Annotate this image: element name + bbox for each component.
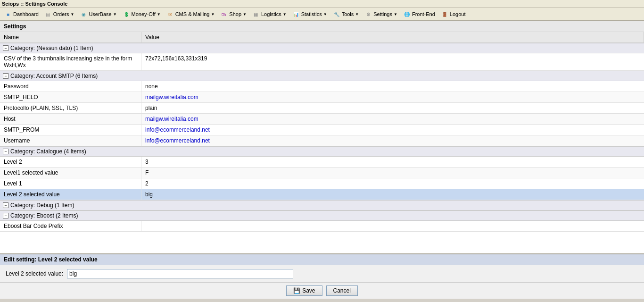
row-value-cell: mailgw.wireitalia.com [141, 114, 644, 124]
row-value-cell: info@ecommerceland.net [141, 125, 644, 135]
row-name-cell: SMTP_HELO [0, 92, 141, 102]
money-off-label: Money-Off [132, 11, 156, 17]
category-toggle-debug[interactable]: − [3, 202, 8, 208]
row-name-cell: Level 2 [0, 157, 141, 167]
statistics-label: Statistics [301, 11, 322, 17]
table-row[interactable]: SMTP_FROMinfo@ecommerceland.net [0, 125, 644, 135]
table-row[interactable]: Level 12 [0, 178, 644, 189]
row-name-cell: Username [0, 135, 141, 146]
orders-arrow-icon: ▼ [70, 12, 74, 17]
row-name-cell: SMTP_FROM [0, 125, 141, 135]
category-row-debug[interactable]: −Category: Debug (1 Item) [0, 200, 644, 210]
category-label-debug: Category: Debug (1 Item) [10, 202, 74, 209]
category-label-nessun-dato: Category: (Nessun dato) (1 Item) [10, 45, 93, 51]
frontend-label: Front-End [412, 11, 435, 17]
category-label-account-smtp: Category: Account SMTP (6 Items) [10, 73, 98, 79]
nav-item-logout[interactable]: 🚪Logout [438, 9, 468, 19]
row-value-cell: big [141, 189, 644, 200]
title-text: Sciops :: Settings Console [2, 1, 67, 7]
cms-label: CMS & Mailing [175, 11, 210, 17]
table-row[interactable]: Level 2 selected valuebig [0, 189, 644, 200]
dashboard-icon: ■ [4, 10, 12, 18]
row-name-cell: Host [0, 114, 141, 124]
category-toggle-nessun-dato[interactable]: − [3, 45, 8, 51]
settings-label: Settings [373, 11, 392, 17]
logistics-arrow-icon: ▼ [283, 12, 287, 17]
row-value-cell: mailgw.wireitalia.com [141, 92, 644, 102]
category-toggle-eboost[interactable]: − [3, 213, 8, 218]
cms-icon: ✉ [166, 10, 174, 18]
nav-item-money-off[interactable]: 💲Money-Off▼ [120, 9, 163, 19]
category-row-catalogue[interactable]: −Category: Catalogue (4 Items) [0, 146, 644, 157]
cancel-button[interactable]: Cancel [326, 285, 358, 296]
nav-item-dashboard[interactable]: ■Dashboard [2, 9, 41, 19]
statistics-icon: 📊 [292, 10, 300, 18]
userbase-arrow-icon: ▼ [113, 12, 117, 17]
category-row-nessun-dato[interactable]: −Category: (Nessun dato) (1 Item) [0, 43, 644, 53]
main-area: Settings Name Value −Category: (Nessun d… [0, 21, 644, 299]
nav-item-tools[interactable]: 🔧Tools▼ [330, 9, 362, 19]
shop-icon: 🛍 [220, 10, 228, 18]
category-row-eboost[interactable]: −Category: Eboost (2 Items) [0, 210, 644, 221]
table-row[interactable]: Level 23 [0, 157, 644, 168]
table-row[interactable]: Usernameinfo@ecommerceland.net [0, 135, 644, 146]
row-name-cell: Protocollo (PLAIN, SSL, TLS) [0, 103, 141, 113]
userbase-label: UserBase [89, 11, 111, 17]
userbase-icon: ◉ [80, 10, 87, 18]
tools-icon: 🔧 [333, 10, 340, 18]
table-row[interactable]: Protocollo (PLAIN, SSL, TLS)plain [0, 103, 644, 114]
save-icon: 💾 [293, 287, 300, 294]
logistics-icon: ▦ [252, 10, 260, 18]
shop-label: Shop [229, 11, 241, 17]
logistics-label: Logistics [261, 11, 281, 17]
category-label-catalogue: Category: Catalogue (4 Items) [10, 148, 86, 155]
table-row[interactable]: CSV of the 3 thumbnails increasing size … [0, 53, 644, 71]
settings-arrow-icon: ▼ [394, 12, 397, 17]
table-row[interactable]: Level1 selected valueF [0, 168, 644, 178]
row-name-cell: Eboost Bar Code Prefix [0, 221, 141, 231]
category-label-eboost: Category: Eboost (2 Items) [10, 212, 78, 219]
logout-icon: 🚪 [441, 10, 448, 18]
nav-item-statistics[interactable]: 📊Statistics▼ [290, 9, 330, 19]
nav-item-frontend[interactable]: 🌐Front-End [401, 9, 438, 19]
col-name: Name [0, 32, 141, 42]
settings-header: Settings [0, 21, 644, 32]
edit-body: Level 2 selected value: [0, 265, 644, 282]
row-value-cell: 2 [141, 178, 644, 189]
table-row[interactable]: Passwordnone [0, 81, 644, 92]
row-value-cell: info@ecommerceland.net [141, 135, 644, 146]
row-value-cell: plain [141, 103, 644, 113]
row-name-cell: Level 1 [0, 178, 141, 189]
table-body: −Category: (Nessun dato) (1 Item)CSV of … [0, 43, 644, 232]
nav-item-settings[interactable]: ⚙Settings▼ [362, 9, 400, 19]
orders-label: Orders [53, 11, 69, 17]
money-off-arrow-icon: ▼ [157, 12, 161, 17]
nav-item-shop[interactable]: 🛍Shop▼ [218, 9, 249, 19]
category-toggle-account-smtp[interactable]: − [3, 73, 8, 79]
edit-header: Edit setting: Level 2 selected value [0, 254, 644, 265]
table-row[interactable]: SMTP_HELOmailgw.wireitalia.com [0, 92, 644, 103]
row-value-cell [141, 221, 644, 231]
statistics-arrow-icon: ▼ [323, 12, 327, 17]
tools-arrow-icon: ▼ [355, 12, 359, 17]
table-row[interactable]: Hostmailgw.wireitalia.com [0, 114, 644, 125]
frontend-icon: 🌐 [403, 10, 411, 18]
save-label: Save [302, 287, 315, 294]
settings-icon: ⚙ [364, 10, 372, 18]
save-button[interactable]: 💾 Save [286, 285, 322, 296]
nav-item-cms[interactable]: ✉CMS & Mailing▼ [164, 9, 217, 19]
table-row[interactable]: Eboost Bar Code Prefix [0, 221, 644, 232]
tools-label: Tools [342, 11, 354, 17]
row-value-cell: 72x72,156x163,331x319 [141, 53, 644, 70]
orders-icon: ▤ [44, 10, 52, 18]
nav-item-orders[interactable]: ▤Orders▼ [42, 9, 77, 19]
dashboard-label: Dashboard [13, 11, 39, 17]
nav-item-userbase[interactable]: ◉UserBase▼ [77, 9, 119, 19]
cancel-label: Cancel [333, 287, 351, 294]
edit-input[interactable] [67, 269, 293, 278]
nav-item-logistics[interactable]: ▦Logistics▼ [250, 9, 289, 19]
category-row-account-smtp[interactable]: −Category: Account SMTP (6 Items) [0, 71, 644, 81]
title-bar: Sciops :: Settings Console [0, 0, 644, 8]
table-container[interactable]: Name Value −Category: (Nessun dato) (1 I… [0, 32, 644, 253]
category-toggle-catalogue[interactable]: − [3, 149, 8, 154]
